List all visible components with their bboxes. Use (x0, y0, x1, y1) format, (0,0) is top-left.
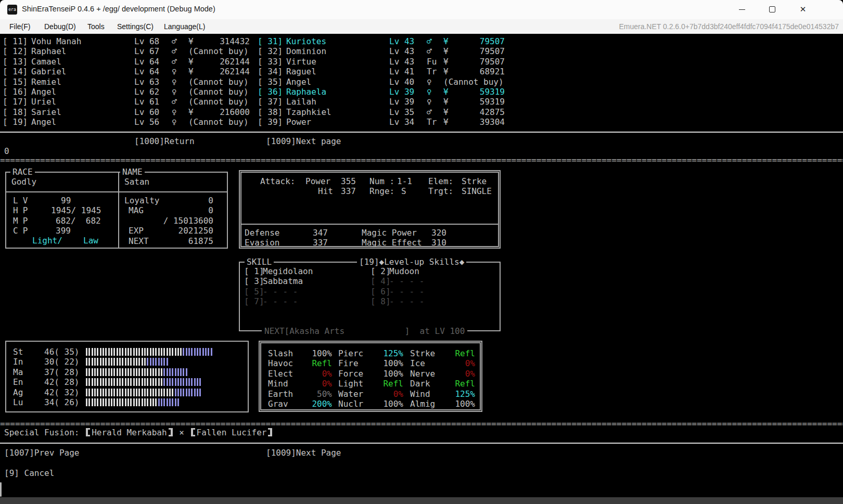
menu-file-f-[interactable]: File(F) (5, 19, 34, 34)
stat-value: 34( 26) (44, 397, 79, 407)
core-stat-value: 399 (56, 226, 71, 236)
resist-name: Nuclr (338, 399, 363, 409)
resist-name: Dark (410, 379, 430, 389)
demon-number: [ 33] (258, 57, 283, 67)
demon-row[interactable]: [ 34]RaguelLv 41Tr¥68921 (258, 67, 510, 76)
skill-slot-number: [ 8] (371, 296, 391, 306)
yen-icon: ¥ (188, 36, 194, 46)
demon-name: Angel (31, 117, 56, 127)
demon-name: Raphael (31, 46, 66, 56)
maximize-button[interactable] (760, 0, 784, 19)
cancel-button[interactable]: [9] Cancel (4, 468, 54, 478)
core-stat-value: 1945/ 1945 (51, 205, 101, 215)
attack-defense-divider (241, 224, 498, 225)
demon-level: Lv 56 (134, 117, 159, 127)
skill-title: SKILL (245, 257, 274, 267)
yen-icon: ¥ (188, 107, 194, 117)
menu-bar: File(F)Debug(D)ToolsSettings(C)Language(… (0, 19, 843, 34)
demon-number: [ 13] (3, 57, 28, 67)
skill-name: Mudoon (389, 266, 419, 276)
demon-row[interactable]: [ 33]VirtueLv 43Fu¥79507 (258, 57, 510, 67)
demon-row[interactable]: [ 12]RaphaelLv 67♂(Cannot buy) (3, 46, 255, 56)
demon-number: [ 11] (3, 36, 28, 46)
equals-separator: ========================================… (0, 155, 843, 165)
menu-debug-d-[interactable]: Debug(D) (40, 19, 80, 34)
demon-row[interactable]: [ 19]AngelLv 56♀(Cannot buy) (3, 117, 255, 127)
demon-price: 79507 (453, 36, 505, 46)
resist-row: Earth50%Water0%Wind125% (261, 389, 480, 399)
demon-level: Lv 67 (134, 46, 159, 56)
alignment-law: Law (83, 236, 98, 245)
minimize-button[interactable] (730, 0, 754, 19)
yen-icon: ¥ (443, 97, 449, 107)
resist-value: Refl (362, 379, 403, 389)
next-page-top-button[interactable]: [1009]Next page (266, 136, 341, 146)
skill-slot-number: [ 3] (244, 276, 264, 286)
stat-value: 42( 28) (44, 377, 79, 387)
demon-row[interactable]: [ 39]PowerLv 34Tr¥39304 (258, 117, 510, 127)
demon-level: Lv 60 (134, 107, 159, 117)
console-area: [ 11]Vohu ManahLv 68♂¥314432[ 12]Raphael… (0, 34, 843, 497)
demon-row[interactable]: [ 11]Vohu ManahLv 68♂¥314432 (3, 36, 255, 46)
demon-name: Sariel (31, 107, 61, 117)
next-page-bottom-button[interactable]: [1009]Next Page (266, 448, 341, 458)
demon-row[interactable]: [ 36]RaphaelaLv 39♀¥59319 (258, 87, 510, 97)
close-icon: ✕ (800, 5, 807, 14)
resist-value: 100% (362, 399, 403, 409)
demon-name: Raphaela (286, 87, 326, 97)
resist-value: 100% (292, 348, 332, 358)
demon-row[interactable]: [ 35]AngelLv 40♀(Cannot buy) (258, 77, 510, 87)
demon-gender: ♀ (427, 87, 432, 97)
resist-name: Strke (410, 348, 435, 358)
demon-price: 39304 (453, 117, 505, 127)
info-row-value: / 15013600 (152, 216, 213, 226)
demon-gender: ♂ (172, 57, 177, 67)
demon-row[interactable]: [ 17]UrielLv 61♂(Cannot buy) (3, 97, 255, 107)
demon-number: [ 18] (3, 107, 28, 117)
demon-price: 314432 (198, 36, 250, 46)
menu-tools[interactable]: Tools (83, 19, 109, 34)
demon-row[interactable]: [ 16]AngelLv 62♀(Cannot buy) (3, 87, 255, 97)
resist-value: Refl (292, 358, 332, 368)
demon-row[interactable]: [ 38]TzaphkielLv 35♂¥42875 (258, 107, 510, 117)
resist-value: 0% (433, 358, 475, 368)
demon-price: 42875 (453, 107, 505, 117)
next-skill-note: NEXT[Akasha Arts ] at LV 100 (262, 326, 467, 336)
close-button[interactable]: ✕ (791, 0, 815, 19)
return-button[interactable]: [1000]Return (134, 136, 195, 146)
demon-row[interactable]: [ 31]KuriotesLv 43♂¥79507 (258, 36, 510, 46)
menu-settings-c-[interactable]: Settings(C) (113, 19, 158, 34)
demon-row[interactable]: [ 37]LailahLv 39♀¥59319 (258, 97, 510, 107)
info-row-value: 0 (152, 196, 213, 205)
demon-row[interactable]: [ 15]RemielLv 63♀(Cannot buy) (3, 77, 255, 87)
attack-hit-value: 337 (335, 186, 356, 196)
yen-icon: ¥ (443, 46, 449, 56)
demon-number: [ 16] (3, 87, 28, 97)
left-bracket-icon (191, 428, 195, 436)
demon-gender: ♂ (427, 107, 432, 117)
attack-num-value: 1-1 (397, 176, 412, 186)
demon-row[interactable]: [ 32]DominionLv 43♂¥79507 (258, 46, 510, 56)
fusion-demon-2: Fallen Lucifer (197, 428, 267, 437)
demon-row[interactable]: [ 13]CamaelLv 64♂¥262144 (3, 57, 255, 67)
skill-name: - - - - (389, 276, 424, 286)
demon-number: [ 32] (258, 46, 283, 56)
attack-elem-label: Elem: (428, 176, 453, 186)
defense-value: 347 (304, 228, 328, 238)
stat-bar (86, 398, 179, 406)
demon-gender: Tr (427, 67, 437, 76)
stat-bar (86, 358, 168, 366)
demon-row[interactable]: [ 14]GabrielLv 64♀¥262144 (3, 67, 255, 76)
resist-name: Ice (410, 358, 425, 368)
special-fusion-line: Special Fusion: Herald Merkabah × Fallen… (4, 428, 274, 437)
skill-box: SKILL [19]◆Level-up Skills◆ [ 1]Megidola… (239, 262, 501, 331)
prev-page-button[interactable]: [1007]Prev Page (4, 448, 80, 458)
demon-number: [ 19] (3, 117, 28, 127)
skill-slot-number: [ 7] (244, 296, 264, 306)
demon-level: Lv 39 (389, 97, 414, 107)
menu-language-l-[interactable]: Language(L) (160, 19, 209, 34)
core-stat-label: HP (13, 205, 32, 215)
demon-gender: ♀ (172, 67, 177, 76)
demon-row[interactable]: [ 18]SarielLv 60♀¥216000 (3, 107, 255, 117)
stat-label: Ma (13, 367, 23, 377)
